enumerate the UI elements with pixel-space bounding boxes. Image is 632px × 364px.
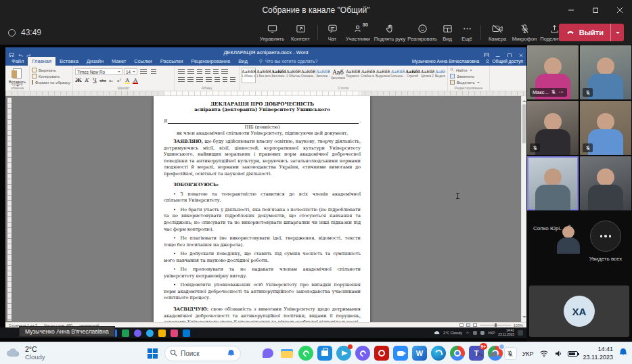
find-button[interactable]: Найти — [450, 68, 487, 72]
align-center-icon[interactable] — [187, 77, 194, 83]
decrease-indent-icon[interactable] — [205, 69, 210, 74]
shading-icon[interactable] — [223, 77, 228, 83]
style-item[interactable]: АаБбВвГЗаголов... — [316, 68, 330, 83]
increase-indent-icon[interactable] — [213, 69, 219, 74]
vertical-ruler[interactable] — [7, 97, 12, 321]
tab-file[interactable]: Файл — [7, 57, 28, 66]
tab-mailings[interactable]: Рассылки — [156, 57, 187, 66]
zoom-slider[interactable] — [480, 325, 511, 325]
replace-button[interactable]: Заменить — [450, 74, 487, 78]
teams-chat-icon[interactable] — [261, 346, 275, 361]
align-left-icon[interactable] — [178, 77, 185, 83]
account-name[interactable]: Музыченко Анна Вячеславовна — [412, 59, 480, 64]
tab-design[interactable]: Дизайн — [83, 57, 108, 66]
style-item[interactable]: АаБбВвГСлабое в... — [361, 68, 375, 83]
participant-tile-initials[interactable]: ХА — [529, 286, 629, 337]
zoom-icon[interactable] — [393, 346, 408, 361]
camera-button[interactable]: Камера — [484, 20, 510, 45]
raise-hand-button[interactable]: Поднять руку — [373, 20, 407, 45]
style-item[interactable]: АаБбВвОсновно... — [301, 68, 315, 83]
mic-button[interactable]: Микрофон — [510, 20, 539, 45]
style-item[interactable]: АаБбВвГВыделение — [376, 68, 390, 83]
strikethrough-button[interactable]: abc — [99, 76, 106, 84]
search-input[interactable]: Поиск — [164, 346, 241, 361]
telegram-icon[interactable] — [336, 346, 351, 361]
read-mode-icon[interactable] — [459, 323, 464, 327]
acrobat-icon[interactable] — [374, 346, 389, 361]
chrome-icon[interactable] — [450, 346, 465, 361]
tell-me-box[interactable]: Что вы хотите сделать? — [258, 59, 317, 64]
language-switcher[interactable]: УКР — [522, 350, 534, 357]
superscript-button[interactable]: x² — [116, 76, 122, 84]
see-all-button[interactable]: Увидеть всех — [579, 221, 632, 262]
web-layout-icon[interactable] — [473, 323, 477, 327]
line-spacing-icon[interactable] — [215, 77, 220, 83]
edge-icon[interactable] — [431, 346, 446, 361]
speaker-icon[interactable] — [554, 348, 562, 360]
style-item[interactable]: АаБбВвГСильное... — [390, 68, 405, 83]
cut-button[interactable]: Вырезать — [32, 68, 70, 72]
participant-tile[interactable] — [527, 101, 579, 155]
notification-bell-icon[interactable] — [618, 347, 628, 360]
content-button[interactable]: Контент — [287, 20, 314, 45]
view-button[interactable]: Вид — [438, 20, 457, 45]
chat-button[interactable]: Чат — [321, 20, 343, 45]
format-painter-button[interactable]: Формат по образцу — [32, 80, 70, 85]
scrollbar-thumb[interactable] — [522, 104, 526, 143]
minimize-icon[interactable] — [559, 0, 583, 20]
file-explorer-icon[interactable] — [279, 346, 294, 361]
more-dots-icon[interactable] — [558, 89, 564, 96]
style-item[interactable]: АаБбВвГСтрогий — [405, 68, 420, 83]
meeting-mic-status[interactable] — [504, 347, 517, 360]
battery-icon[interactable] — [568, 351, 578, 357]
print-layout-icon[interactable] — [466, 323, 470, 327]
multilevel-list-icon[interactable] — [197, 69, 202, 74]
leave-options-chevron[interactable] — [610, 24, 624, 41]
more-button[interactable]: Ещё — [457, 20, 477, 45]
select-button[interactable]: Выделить — [450, 80, 487, 85]
chevron-up-icon[interactable] — [476, 348, 483, 360]
participant-tile[interactable] — [580, 101, 631, 155]
participant-tile[interactable] — [580, 45, 631, 99]
word-scrollbar[interactable] — [521, 96, 526, 322]
participants-button[interactable]: 30 Участники — [343, 20, 373, 45]
weather-widget[interactable]: 2°CCloudy — [5, 345, 45, 361]
justify-icon[interactable] — [206, 77, 212, 83]
borders-icon[interactable] — [230, 77, 235, 83]
font-size-select[interactable]: 14 — [124, 68, 137, 75]
tab-review[interactable]: Рецензирование — [187, 57, 234, 66]
bullet-list-icon[interactable] — [178, 69, 185, 74]
whatsapp-icon[interactable] — [298, 346, 313, 361]
underline-button[interactable]: Ч — [91, 76, 98, 84]
react-button[interactable]: Реагировать — [407, 20, 438, 45]
participant-tile[interactable]: Макс... — [527, 45, 579, 99]
tab-home[interactable]: Главная — [28, 57, 55, 66]
style-item[interactable]: АаБбВвГВыделен... — [435, 68, 445, 83]
style-item[interactable]: АаБбВвГ1 Без инте... — [256, 68, 271, 83]
style-item[interactable]: АабЗаголовок — [331, 68, 345, 83]
participant-tile-active-speaker[interactable] — [527, 156, 579, 210]
copy-button[interactable]: Копировать — [32, 74, 70, 78]
style-item[interactable]: АаБбВвГ1 Обычный — [286, 68, 300, 83]
grow-font-icon[interactable] — [140, 69, 147, 74]
tab-insert[interactable]: Вставка — [55, 57, 83, 66]
subscript-button[interactable]: x₂ — [108, 76, 114, 84]
close-icon[interactable] — [608, 0, 632, 20]
bold-button[interactable]: Ж — [75, 76, 82, 84]
italic-button[interactable]: К — [83, 76, 90, 84]
style-item[interactable]: АаБбВЗаголово... — [271, 68, 286, 83]
start-button[interactable] — [148, 348, 158, 359]
microsoft-store-icon[interactable] — [317, 346, 332, 361]
numbered-list-icon[interactable] — [187, 69, 194, 74]
zoom-level[interactable]: 100% — [514, 323, 523, 327]
style-item[interactable]: АаБбВвГ1 Абзац с... — [242, 68, 256, 83]
font-name-select[interactable]: Times New Ro — [75, 68, 122, 75]
wifi-icon[interactable] — [539, 348, 549, 360]
share-document-button[interactable]: Общий доступ — [485, 59, 523, 64]
tab-view[interactable]: Вид — [234, 57, 252, 66]
style-item[interactable]: АаБбВвГЦитата 2 — [420, 68, 434, 83]
participant-overflow-avatar[interactable]: Сопко Юрі... — [526, 221, 579, 231]
participant-tile[interactable] — [580, 156, 631, 210]
leave-button[interactable]: Выйти — [559, 24, 624, 41]
word-icon[interactable] — [412, 346, 427, 361]
